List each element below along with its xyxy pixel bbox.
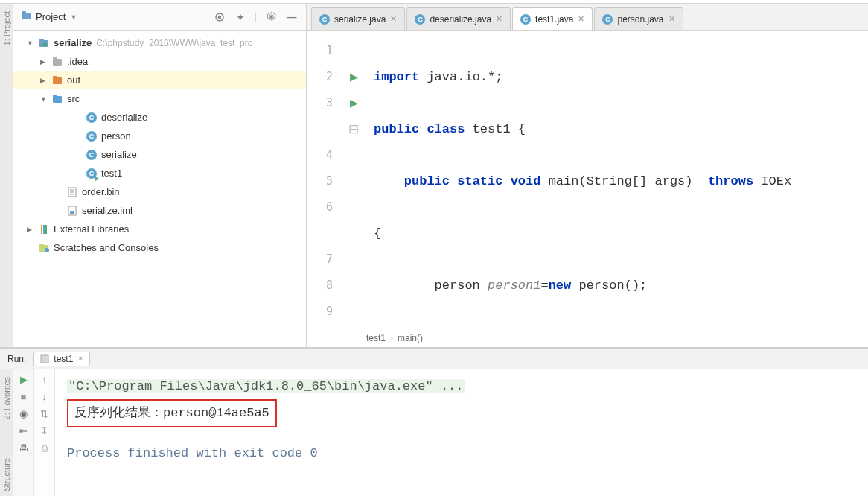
folder-icon — [51, 75, 64, 86]
fold-icon[interactable]: ⊟ — [342, 116, 365, 142]
chevron-right-icon[interactable]: ▶ — [40, 58, 51, 66]
tab-serialize[interactable]: Cserialize.java✕ — [311, 7, 405, 30]
run-header: Run: test1 ✕ — [0, 349, 868, 369]
file-icon — [66, 187, 79, 197]
svg-rect-12 — [53, 96, 62, 103]
project-header: Project ▼ ✦ | — — [13, 4, 306, 31]
tree-out[interactable]: ▶ out — [13, 71, 306, 89]
wrap-icon[interactable]: ↧ — [40, 425, 48, 436]
vtab-project[interactable]: 1: Project — [1, 7, 13, 50]
svg-rect-1 — [22, 11, 26, 13]
editor: Cserialize.java✕ Cdeserialize.java✕ Ctes… — [306, 4, 868, 347]
close-icon[interactable]: ✕ — [390, 14, 397, 24]
tab-deserialize[interactable]: Cdeserialize.java✕ — [406, 7, 511, 30]
scratch-icon — [37, 243, 51, 253]
tree-test1[interactable]: Ctest1 — [13, 164, 306, 182]
iml-icon — [66, 206, 79, 216]
tree-src[interactable]: ▼ src — [13, 89, 306, 108]
folder-icon — [51, 57, 64, 67]
run-config-icon — [40, 354, 49, 363]
close-icon[interactable]: ✕ — [578, 14, 584, 24]
class-icon: C — [85, 150, 98, 160]
hide-icon[interactable]: — — [285, 10, 299, 24]
class-icon: C — [319, 14, 330, 25]
console-output[interactable]: "C:\Program Files\Java\jdk1.8.0_65\bin\j… — [55, 369, 868, 496]
svg-rect-7 — [43, 43, 47, 46]
tree-serialize[interactable]: Cserialize — [13, 145, 306, 164]
class-icon: C — [602, 14, 613, 25]
tree-label: out — [67, 74, 80, 86]
svg-point-4 — [269, 16, 272, 19]
tree-label: serialize — [101, 149, 137, 160]
tree-extlib[interactable]: ▶External Libraries — [13, 220, 306, 238]
stop-icon[interactable]: ■ — [21, 391, 27, 402]
tree-root[interactable]: ▼ serialize C:\phpstudy_2016\WWW\java_te… — [13, 34, 306, 52]
project-panel: Project ▼ ✦ | — ▼ — [13, 4, 306, 347]
tree-orderbin[interactable]: order.bin — [13, 182, 306, 201]
library-icon — [37, 225, 51, 234]
close-icon[interactable]: ✕ — [496, 14, 502, 24]
tree-label: .idea — [67, 56, 88, 67]
run-tab-label: test1 — [54, 354, 73, 364]
chevron-right-icon: › — [390, 333, 393, 343]
run-label: Run: — [7, 354, 26, 364]
chevron-right-icon[interactable]: ▶ — [27, 226, 37, 233]
run-line-icon[interactable]: ▶ — [342, 90, 365, 116]
svg-rect-23 — [41, 355, 48, 363]
tab-label: deserialize.java — [430, 14, 491, 25]
trash-icon[interactable]: 🖶 — [19, 442, 28, 454]
editor-tabs: Cserialize.java✕ Cdeserialize.java✕ Ctes… — [307, 4, 868, 31]
tree-deserialize[interactable]: Cdeserialize — [13, 108, 306, 127]
chevron-down-icon[interactable]: ▼ — [27, 39, 37, 47]
exit-icon[interactable]: ⇤ — [19, 425, 28, 436]
print-icon[interactable]: ⎙ — [42, 442, 48, 454]
svg-rect-11 — [53, 76, 57, 78]
chevron-right-icon[interactable]: ▶ — [40, 77, 51, 84]
tree-label: src — [67, 93, 80, 104]
run-line-icon[interactable]: ▶ — [342, 64, 365, 90]
gutter-icons: ▶ ▶ ⊟ — [342, 31, 365, 328]
svg-rect-8 — [53, 59, 62, 66]
class-icon: C — [520, 14, 531, 25]
run-tab[interactable]: test1 ✕ — [33, 352, 90, 366]
settings-icon[interactable] — [264, 10, 278, 24]
breadcrumb-item[interactable]: test1 — [366, 333, 386, 343]
svg-rect-10 — [53, 77, 62, 84]
svg-rect-9 — [53, 57, 57, 60]
svg-point-3 — [218, 16, 220, 18]
svg-rect-6 — [39, 39, 44, 41]
svg-rect-13 — [53, 95, 57, 97]
run-panel: Run: test1 ✕ 2: Favorites Structure ▶ ■ … — [0, 347, 868, 496]
camera-icon[interactable]: ◉ — [19, 408, 28, 419]
breadcrumb-item[interactable]: main() — [398, 333, 423, 343]
collapse-icon[interactable]: ✦ — [234, 10, 247, 24]
svg-point-22 — [45, 248, 49, 252]
tree-label: person — [101, 130, 131, 142]
tab-test1[interactable]: Ctest1.java✕ — [512, 7, 593, 30]
console-exit: Process finished with exit code 0 — [67, 442, 856, 465]
vtab-favorites[interactable]: 2: Favorites — [1, 372, 13, 424]
tree-scratch[interactable]: Scratches and Consoles — [13, 238, 306, 257]
tab-person[interactable]: Cperson.java✕ — [594, 7, 683, 30]
class-icon: C — [85, 131, 98, 142]
dropdown-icon[interactable]: ▼ — [70, 13, 77, 21]
rerun-icon[interactable]: ▶ — [20, 374, 28, 385]
vtab-structure[interactable]: Structure — [1, 454, 13, 496]
svg-rect-0 — [22, 13, 31, 19]
close-icon[interactable]: ✕ — [668, 14, 675, 24]
project-header-title: Project — [36, 11, 66, 22]
run-vgutter: 2: Favorites Structure — [0, 369, 13, 496]
tree-person[interactable]: Cperson — [13, 127, 306, 145]
svg-rect-19 — [70, 211, 74, 214]
down-icon[interactable]: ↓ — [42, 391, 47, 402]
tree-label: serialize.iml — [82, 205, 133, 216]
close-icon[interactable]: ✕ — [77, 354, 83, 363]
chevron-down-icon[interactable]: ▼ — [40, 95, 51, 103]
code-area[interactable]: import java.io.*; public class test1 { p… — [365, 31, 868, 328]
up-icon[interactable]: ↑ — [42, 374, 47, 385]
locate-icon[interactable] — [213, 10, 226, 24]
tree-iml[interactable]: serialize.iml — [13, 201, 306, 220]
tree-idea[interactable]: ▶ .idea — [13, 52, 306, 71]
wrap-icon[interactable]: ⇅ — [40, 408, 48, 419]
line-gutter: 1 2 3 4 5 6 7 8 9 — [307, 31, 342, 328]
